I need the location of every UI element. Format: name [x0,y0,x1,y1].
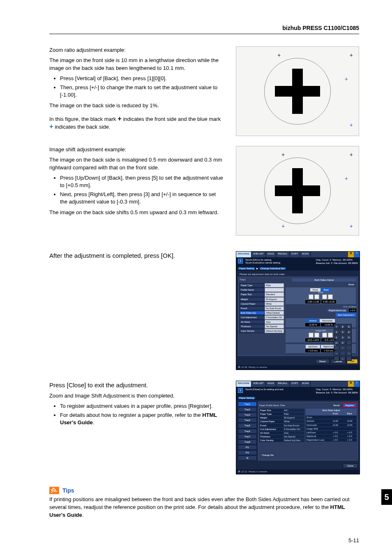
tray-button[interactable]: Tray8 [238,439,257,444]
prop-value: White [283,420,304,423]
prop-key: Curl Adjustment [259,428,283,431]
tray-button[interactable]: Tray6 [238,429,257,434]
keypad-key[interactable] [340,351,346,356]
panel1-tabs: MACHINE JOB LIST HOLD RECALL COPY SCAN ✿… [236,252,360,257]
table-cell: Registration Loop [306,438,328,442]
prop-value: 55-61g/m2 [283,416,304,420]
tray-button[interactable]: Tray7 [238,434,257,439]
keypad-key[interactable]: 4 [334,329,339,334]
table-cell: + 0.0 [342,434,357,438]
table-cell: +0.00 [342,423,357,427]
help-icon[interactable]: ? [354,381,360,387]
prop-value: 55-61g/m2 [265,297,284,301]
keypad-key[interactable] [334,356,339,361]
gear-icon[interactable]: ✿ [348,381,354,387]
prop-value: Offset Default [265,311,284,315]
s1-li2: Then, press [+/-] to change the mark to … [60,84,224,99]
prop-key[interactable]: Paper Size [240,292,265,296]
reset-button-small[interactable]: Reset [346,283,356,286]
s1-p1: Zoom ratio adjustment example: [49,46,224,54]
prop-key: Weight [259,416,283,420]
gear-icon[interactable]: ✿ [348,252,354,257]
plus-blue-icon: + [49,123,53,131]
help-icon[interactable]: ? [354,252,360,257]
tab-machine[interactable]: MACHINE [236,252,251,257]
both-sides-title: Both Sides Adjust [306,409,357,412]
tray-button[interactable]: SI [238,456,257,460]
register-button[interactable]: Register [343,403,357,408]
prop-key[interactable]: Colored Paper [240,302,265,306]
info-icon: i [238,388,243,393]
prop-value: Auto [265,320,284,324]
start-adjustment-button[interactable]: Start Adjustment [336,313,356,317]
prop-value: A4□ [283,409,304,412]
info-line: Touch [Close] to fix setting and exit [245,388,284,391]
tab-scan[interactable]: SCAN [300,252,311,257]
keypad-key[interactable]: 3 [346,335,352,340]
keypad-key[interactable]: → [346,351,352,356]
keypad-key[interactable] [346,356,352,361]
tray-button[interactable]: Tray5 [238,423,257,428]
prop-key[interactable]: Profile Name [240,288,265,292]
keypad-key[interactable]: 0 [340,340,346,345]
table-cell: +0.00 [328,419,343,423]
recall-button[interactable]: Recall [331,404,341,407]
tray-button[interactable]: Tray4 [238,418,257,423]
vertical-button[interactable]: Vertical [307,319,319,322]
tray-button[interactable]: PI2 [238,450,257,455]
prop-key[interactable]: Weight [240,297,265,301]
keypad-key[interactable]: ↓ [340,356,346,361]
prop-value: 0 Humidifier ON [283,428,304,431]
prop-key[interactable]: Air Assist [240,320,265,324]
table-cell: + 0.0 [342,430,357,434]
keypad-key[interactable]: 6 [346,329,352,334]
tray-button[interactable]: Tray3 [238,412,257,417]
prop-value: Plain [265,283,284,287]
figure-shift: + + + + + [236,146,359,236]
plus-black-icon: + [118,116,122,123]
prop-key[interactable]: Both Sides Adj. [240,311,265,315]
tab-joblist[interactable]: JOB LIST [251,252,266,257]
prop-key[interactable]: Curl Adjustment [240,315,265,319]
keypad-key[interactable]: 5 [340,329,346,334]
prop-key[interactable]: Thickness [240,324,265,328]
horizontal-button[interactable]: Horizontal [320,319,335,322]
tray-button[interactable]: PI1 [238,445,257,450]
prop-key[interactable]: Punch [240,306,265,310]
tray-button[interactable]: Tray1 [238,402,257,407]
machine-panel-adjust: MACHINE JOB LIST HOLD RECALL COPY SCAN ✿… [236,251,360,370]
numeric-keypad[interactable]: 789456123+/-0↑←→↓ [334,324,352,361]
keypad-key[interactable]: 8 [340,324,346,329]
prop-key: Thickness [259,435,283,439]
keypad-key[interactable] [346,340,352,345]
keypad-key[interactable]: +/- [334,340,339,345]
keypad-key[interactable]: 7 [334,324,339,329]
close-button[interactable]: Close [343,463,358,469]
keypad-key[interactable]: 2 [340,335,346,340]
prop-value: Not Specify [283,435,304,439]
prop-key: Paper Size [259,409,283,412]
keypad-key[interactable]: ← [334,351,339,356]
keypad-key[interactable]: 1 [334,335,339,340]
keypad-key[interactable]: ↑ [340,345,346,350]
keypad-key[interactable] [346,345,352,350]
tray-button[interactable]: Tray2 [238,407,257,412]
header-rule [49,34,359,34]
table-cell: + 0.0 [328,434,343,438]
reset-button[interactable]: Reset [316,359,330,364]
table-cell: Vertical [306,419,328,423]
updown-button[interactable]: Up/Down [306,345,320,348]
tab-recall[interactable]: RECALL [276,252,289,257]
table-cell: Image Shift [306,427,328,430]
change-set-button[interactable]: Change Set [259,453,276,457]
table-cell: + 0.0 [328,430,343,434]
keypad-key[interactable]: 9 [346,324,352,329]
s1-p3: The image on the back side is reduced by… [49,102,224,110]
printer-icon: 🖶 [238,470,240,473]
prop-key[interactable]: Paper Type [240,283,265,287]
keypad-key[interactable] [334,345,339,350]
tab-hold[interactable]: HOLD [266,252,277,257]
tab-copy[interactable]: COPY [290,252,300,257]
prop-key[interactable]: Color Density [240,329,265,333]
s2-p3: The image on the back side shifts 0.5 mm… [49,209,224,217]
